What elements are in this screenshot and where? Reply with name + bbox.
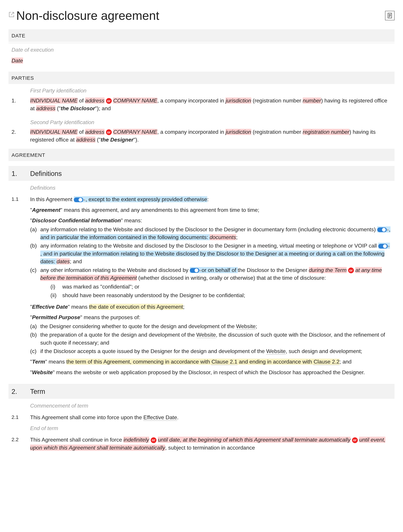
placeholder-jurisdiction-1[interactable]: jurisdiction [226,98,251,104]
party-row-2-label: Second Party identification [8,117,395,128]
text: of [78,129,85,135]
optional-dci-c1: ▸or on behalf of [190,267,238,273]
placeholder-address-1a[interactable]: address [85,98,104,104]
party-row-1-body: 1. INDIVIDUAL NAME of address or COMPANY… [8,97,395,112]
text: and ending in accordance with [237,359,314,365]
page-title: Non-disclosure agreement [16,7,159,24]
placeholder-dates[interactable]: dates [57,258,70,265]
term-term: Term [32,359,45,365]
link-effective-date[interactable]: Effective Date [143,414,177,421]
or-bubble[interactable]: or [352,437,358,443]
text: the Disclosor to the Designer [238,267,309,273]
placeholder-company-name-2[interactable]: COMPANY NAME [113,129,157,135]
text: until [158,437,169,443]
text: " means the website or web application p… [53,369,365,375]
text: This Agreement shall come into force upo… [30,414,143,420]
dropdown-arrow-icon: ▸ [388,243,390,249]
placeholder-regnum-1[interactable]: number [303,98,321,104]
document-icon-button[interactable] [385,11,395,20]
term-permitted-purpose: Permitted Purpose [32,314,80,320]
link-clause-2-1[interactable]: Clause 2.1 [212,359,237,365]
party-1-label: First Party identification [30,86,391,96]
placeholder-date-2: date [169,437,180,443]
or-bubble[interactable]: or [106,98,112,104]
clause-2-2-content: This Agreement shall continue in force i… [30,436,391,452]
party-1-content: INDIVIDUAL NAME of address or COMPANY NA… [30,97,391,112]
toggle-switch[interactable]: ▸ [377,227,389,233]
clause-2-title: Term [30,386,45,396]
text: (registration number [251,98,303,104]
list-marker: (a) [30,322,40,330]
text: ; and [70,258,82,265]
text: the preparation of a quote for the desig… [40,332,196,338]
term-effective-date: Effective Date [32,304,68,310]
or-bubble[interactable]: or [151,437,157,443]
term-label2-row: End of term [8,423,395,434]
text: the Designer considering whether to quot… [40,323,236,329]
field-label-date: Date of execution [8,43,395,56]
list-marker: (i) [50,283,62,291]
clause-2-2-num: 2.2 [12,436,30,452]
placeholder-address-2b[interactable]: address [76,137,95,143]
text: This Agreement shall continue in force [30,437,123,443]
placeholder-address-2a[interactable]: address [85,129,104,135]
clause-2-1-num: 2.1 [12,413,30,421]
pp-c: (c)if the Disclosor accepts a quote issu… [30,347,391,355]
text: "); and [95,105,111,111]
toggle-switch[interactable]: ▸ [190,268,202,273]
dci-b: (b) any information relating to the Webs… [30,242,391,265]
link-website[interactable]: Website [196,332,216,338]
dci-list: (a) any information relating to the Webs… [30,226,391,300]
alt-until-date[interactable]: until date, at the beginning of which th… [158,437,350,443]
dci-b-content: any information relating to the Website … [40,242,391,265]
clause-1-title: Definitions [30,169,62,178]
optional-term[interactable]: the term of this Agreement, commencing i… [66,359,340,365]
placeholder-address-1b[interactable]: address [36,105,56,111]
alt-during-term[interactable]: during the Term [309,267,347,273]
text: " means: [121,217,142,223]
def-agreement: "Agreement" means this agreement, and an… [30,206,391,214]
or-bubble[interactable]: or [106,129,112,135]
link-website[interactable]: Website [236,323,256,330]
list-marker: (a) [30,226,40,241]
placeholder-company-name-1[interactable]: COMPANY NAME [113,98,157,104]
placeholder-jurisdiction-2[interactable]: jurisdiction [226,129,251,135]
or-bubble[interactable]: or [348,267,354,273]
dci-c-content: any other information relating to the We… [40,266,391,300]
text: ; [256,323,257,329]
section-header-agreement: AGREEMENT [8,149,395,161]
pp-c-content: if the Disclosor accepts a quote issued … [40,347,391,355]
end-of-term-label: End of term [30,423,391,434]
alt-indefinitely[interactable]: indefinitely [123,437,149,443]
list-marker: (b) [30,331,40,347]
def-dci: "Disclosor Confidential Information" mea… [30,216,391,300]
def-permitted-purpose: "Permitted Purpose" means the purposes o… [30,313,391,355]
text: the term of this Agreement, commencing i… [66,359,212,365]
party-row-2-body: 2. INDIVIDUAL NAME of address or COMPANY… [8,128,395,144]
text: , except to the extent expressly provide… [86,196,207,202]
clause-2-1-content: This Agreement shall come into force upo… [30,413,391,421]
placeholder-regnum-2[interactable]: registration number [303,129,349,135]
text: (registration number [251,129,303,135]
text: "). [133,137,139,143]
blank [12,117,30,128]
dci-a-content: any information relating to the Website … [40,226,391,241]
placeholder-individual-name-1[interactable]: INDIVIDUAL NAME [30,98,78,104]
term-label1-row: Commencement of term [8,401,395,411]
list-marker: (c) [30,347,40,355]
placeholder-individual-name-2[interactable]: INDIVIDUAL NAME [30,129,78,135]
clause-2-num: 2. [12,386,30,396]
placeholder-date[interactable]: Date [12,57,23,64]
dropdown-arrow-icon: ▸ [200,268,202,273]
section-header-date: DATE [8,29,395,42]
text: any information relating to the Website … [40,226,376,233]
toggle-switch[interactable]: ▸ [378,243,390,249]
optional-effective-date[interactable]: the date of execution of this Agreement [89,304,183,310]
def-term: "Term" means the term of this Agreement,… [30,358,391,366]
placeholder-documents[interactable]: documents [210,234,236,240]
link-clause-2-2[interactable]: Clause 2.2 [314,359,340,365]
text: of [78,98,85,104]
list-marker: (b) [30,242,40,265]
link-website[interactable]: Website [266,348,286,355]
toggle-switch[interactable]: ▸ [74,197,86,203]
